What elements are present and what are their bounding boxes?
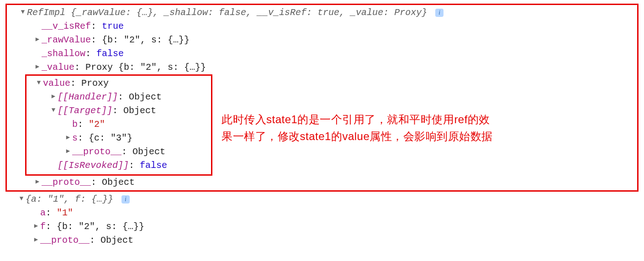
prop-value: {b: "2", s: {…}} (118, 62, 206, 73)
refimpl-summary-row[interactable]: ▼RefImpl {_rawValue: {…}, _shallow: fals… (7, 6, 637, 20)
chevron-down-icon[interactable]: ▼ (20, 7, 26, 17)
prop-key: s (72, 133, 78, 143)
prop-key: _rawValue (42, 35, 91, 45)
prop-row-v-isref[interactable]: __v_isRef: true (7, 20, 637, 33)
prop-row-value[interactable]: ▼value: Proxy (26, 77, 211, 90)
prop-row-target[interactable]: ▼[[Target]]: Object (26, 104, 211, 118)
internal-slot-key: [[Handler]] (58, 92, 118, 102)
prop-row-below-proto[interactable]: ▶__proto__: Object (9, 234, 639, 247)
chevron-down-icon[interactable]: ▼ (18, 194, 25, 204)
red-highlight-inner: ▼value: Proxy ▶[[Handler]]: Object ▼[[Ta… (25, 74, 212, 176)
prop-row-target-s[interactable]: ▶s: {c: "3"} (26, 131, 211, 145)
prop-key: __proto__ (40, 235, 90, 245)
chevron-right-icon[interactable]: ▶ (65, 133, 71, 142)
chevron-right-icon[interactable]: ▶ (34, 35, 41, 44)
prop-value: Object (132, 146, 165, 157)
prop-row-isrevoked[interactable]: [[IsRevoked]]: false (26, 159, 211, 172)
prop-value: {c: "3"} (89, 133, 132, 143)
prop-value: {b: "2", s: {…}} (57, 221, 144, 232)
prop-row-target-proto[interactable]: ▶__proto__: Object (26, 145, 211, 159)
info-icon[interactable]: i (435, 9, 443, 17)
prop-value: Object (102, 177, 135, 188)
prop-value: Object (100, 235, 133, 245)
second-object-block: ▼{a: "1", f: {…}} i a: "1" ▶f: {b: "2", … (9, 193, 639, 247)
prop-key: value (43, 78, 70, 89)
prop-row-shallow[interactable]: _shallow: false (7, 47, 637, 61)
prop-row-below-f[interactable]: ▶f: {b: "2", s: {…}} (9, 220, 639, 234)
prop-key: b (72, 119, 78, 130)
proxy-type: Proxy (85, 62, 118, 73)
chevron-down-icon[interactable]: ▼ (50, 105, 57, 115)
prop-value: Object (129, 92, 162, 102)
below-summary-row[interactable]: ▼{a: "1", f: {…}} i (9, 193, 639, 206)
prop-key: f (40, 221, 46, 232)
prop-value: "2" (89, 119, 105, 130)
chevron-right-icon[interactable]: ▶ (50, 92, 57, 101)
chevron-right-icon[interactable]: ▶ (34, 62, 41, 72)
chevron-right-icon[interactable]: ▶ (33, 235, 39, 245)
refimpl-type-name: RefImpl (27, 7, 71, 18)
prop-row-target-b[interactable]: b: "2" (26, 118, 211, 131)
prop-value: "1" (57, 208, 73, 218)
prop-key: _value (42, 62, 74, 73)
prop-value: false (96, 48, 124, 59)
chevron-right-icon[interactable]: ▶ (33, 221, 39, 231)
prop-row-handler[interactable]: ▶[[Handler]]: Object (26, 90, 211, 104)
prop-value: Object (123, 105, 156, 116)
prop-key: __proto__ (72, 146, 121, 157)
prop-row-proto[interactable]: ▶__proto__: Object (7, 176, 637, 189)
prop-row-value-underscore[interactable]: ▶_value: Proxy {b: "2", s: {…}} (7, 61, 637, 74)
prop-row-below-a[interactable]: a: "1" (9, 206, 639, 220)
red-highlight-outer: ▼RefImpl {_rawValue: {…}, _shallow: fals… (5, 4, 639, 192)
internal-slot-key: [[IsRevoked]] (58, 160, 129, 171)
prop-row-rawvalue[interactable]: ▶_rawValue: {b: "2", s: {…}} (7, 33, 637, 47)
prop-value: {b: "2", s: {…}} (102, 35, 190, 45)
chevron-right-icon[interactable]: ▶ (34, 177, 41, 187)
prop-value: true (102, 21, 124, 31)
refimpl-summary-inner: {_rawValue: {…}, _shallow: false, __v_is… (71, 7, 427, 18)
below-summary: {a: "1", f: {…}} (26, 194, 113, 204)
internal-slot-key: [[Target]] (58, 105, 112, 116)
annotation-text: 此时传入state1的是一个引用了，就和平时使用ref的效果一样了，修改stat… (222, 111, 500, 145)
prop-key: a (40, 208, 46, 218)
info-icon[interactable]: i (121, 195, 130, 204)
prop-key: _shallow (42, 48, 85, 59)
prop-key: __proto__ (42, 177, 91, 188)
proxy-type: Proxy (81, 78, 109, 89)
prop-key: __v_isRef (42, 21, 91, 31)
chevron-right-icon[interactable]: ▶ (65, 146, 71, 156)
prop-value: false (140, 160, 167, 171)
chevron-down-icon[interactable]: ▼ (36, 78, 42, 88)
